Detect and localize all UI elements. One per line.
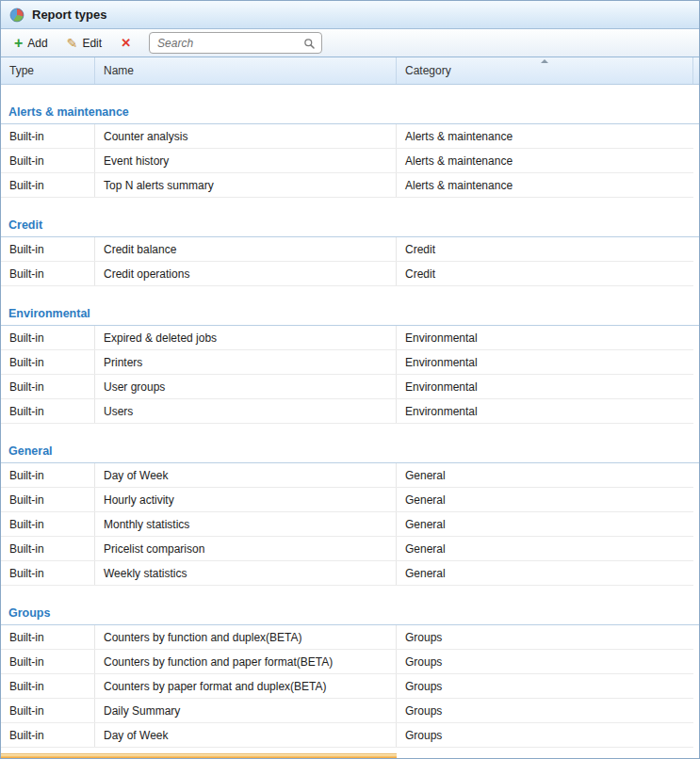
table-row[interactable]: Built-inCredit balanceCredit bbox=[1, 237, 693, 262]
cell-name: Users bbox=[95, 399, 397, 423]
delete-x-icon: ✕ bbox=[121, 38, 131, 49]
cell-category: Alerts & maintenance bbox=[397, 173, 693, 197]
cell-category: General bbox=[397, 488, 693, 511]
cell-category: Environmental bbox=[397, 326, 693, 349]
table-row[interactable]: Built-inUser groupsEnvironmental bbox=[1, 375, 693, 399]
cell-category: Groups bbox=[397, 650, 693, 673]
cell-type: Built-in bbox=[1, 561, 95, 585]
table-row[interactable]: Built-inCounters by function and paper f… bbox=[1, 650, 693, 674]
add-button[interactable]: + Add bbox=[6, 33, 57, 54]
delete-button[interactable]: ✕ bbox=[112, 34, 139, 53]
column-header-filler bbox=[693, 57, 699, 84]
toolbar: + Add ✎ Edit ✕ bbox=[1, 29, 699, 57]
cell-category: Groups bbox=[397, 625, 693, 649]
column-header-row: Type Name Category bbox=[1, 57, 699, 85]
cell-type: Built-in bbox=[1, 350, 95, 374]
table-row[interactable]: Built-inCounter analysisAlerts & mainten… bbox=[1, 124, 693, 149]
cell-type: Built-in bbox=[1, 674, 95, 698]
cell-category: Groups bbox=[397, 674, 693, 698]
cell-category: General bbox=[397, 537, 693, 560]
table-row[interactable]: Built-inCredit operationsCredit bbox=[1, 262, 693, 286]
table-row[interactable]: Built-inDaily SummaryGroups bbox=[1, 699, 693, 723]
cell-type: Built-in bbox=[1, 699, 95, 722]
cell-name: Day of Week bbox=[95, 463, 397, 487]
table-row[interactable]: Built-inCounters by paper format and dup… bbox=[1, 674, 693, 699]
column-header-category[interactable]: Category bbox=[397, 57, 693, 84]
window-title: Report types bbox=[32, 8, 106, 22]
table-row[interactable]: Built-inPricelist comparisonGeneral bbox=[1, 537, 693, 561]
cell-type: Built-in bbox=[1, 723, 95, 747]
partial-selected-row-highlight[interactable] bbox=[1, 753, 397, 758]
table-row[interactable]: Built-inHourly activityGeneral bbox=[1, 488, 693, 512]
column-header-name-label: Name bbox=[104, 64, 134, 77]
cell-type: Built-in bbox=[1, 537, 95, 560]
cell-type: Built-in bbox=[1, 237, 95, 261]
report-types-window: Report types + Add ✎ Edit ✕ Type bbox=[0, 0, 700, 759]
cell-name: Counters by function and paper format(BE… bbox=[95, 650, 397, 673]
cell-type: Built-in bbox=[1, 149, 95, 172]
cell-name: Credit operations bbox=[95, 262, 397, 285]
report-types-table: Alerts & maintenanceBuilt-inCounter anal… bbox=[1, 85, 699, 748]
cell-name: Counters by function and duplex(BETA) bbox=[95, 625, 397, 649]
table-row[interactable]: Built-inTop N alerts summaryAlerts & mai… bbox=[1, 173, 693, 198]
cell-category: Environmental bbox=[397, 350, 693, 374]
cell-category: Credit bbox=[397, 262, 693, 285]
plus-icon: + bbox=[14, 38, 23, 49]
cell-name: User groups bbox=[95, 375, 397, 398]
cell-name: Monthly statistics bbox=[95, 512, 397, 536]
table-row[interactable]: Built-inUsersEnvironmental bbox=[1, 399, 693, 424]
cell-category: Groups bbox=[397, 699, 693, 722]
edit-button[interactable]: ✎ Edit bbox=[58, 33, 110, 54]
search-box[interactable] bbox=[149, 32, 322, 54]
cell-name: Pricelist comparison bbox=[95, 537, 397, 560]
cell-type: Built-in bbox=[1, 512, 95, 536]
cell-category: General bbox=[397, 561, 693, 585]
cell-category: Credit bbox=[397, 237, 693, 261]
cell-name: Event history bbox=[95, 149, 397, 172]
edit-button-label: Edit bbox=[82, 37, 102, 50]
cell-name: Daily Summary bbox=[95, 699, 397, 722]
search-input[interactable] bbox=[155, 36, 303, 51]
pie-chart-icon bbox=[9, 8, 24, 23]
cell-name: Credit balance bbox=[95, 237, 397, 261]
table-row[interactable]: Built-inExpired & deleted jobsEnvironmen… bbox=[1, 326, 693, 350]
cell-name: Printers bbox=[95, 350, 397, 374]
table-row[interactable]: Built-inEvent historyAlerts & maintenanc… bbox=[1, 149, 693, 173]
cell-name: Weekly statistics bbox=[95, 561, 397, 585]
group-header[interactable]: General bbox=[1, 424, 699, 463]
column-header-type[interactable]: Type bbox=[1, 57, 95, 84]
column-header-name[interactable]: Name bbox=[95, 57, 397, 84]
cell-category: General bbox=[397, 463, 693, 487]
table-row[interactable]: Built-inWeekly statisticsGeneral bbox=[1, 561, 693, 586]
group-header[interactable]: Alerts & maintenance bbox=[1, 85, 699, 124]
search-icon bbox=[303, 37, 316, 49]
table-row[interactable]: Built-inMonthly statisticsGeneral bbox=[1, 512, 693, 537]
add-button-label: Add bbox=[27, 37, 47, 50]
cell-type: Built-in bbox=[1, 625, 95, 649]
cell-category: General bbox=[397, 512, 693, 536]
cell-type: Built-in bbox=[1, 326, 95, 349]
group-header[interactable]: Credit bbox=[1, 198, 699, 237]
cell-type: Built-in bbox=[1, 463, 95, 487]
table-row[interactable]: Built-inCounters by function and duplex(… bbox=[1, 625, 693, 650]
table-row[interactable]: Built-inDay of WeekGroups bbox=[1, 723, 693, 748]
title-bar: Report types bbox=[1, 1, 699, 29]
cell-category: Alerts & maintenance bbox=[397, 124, 693, 148]
cell-name: Day of Week bbox=[95, 723, 397, 747]
column-header-category-label: Category bbox=[405, 64, 451, 77]
table-row[interactable]: Built-inDay of WeekGeneral bbox=[1, 463, 693, 488]
cell-name: Counters by paper format and duplex(BETA… bbox=[95, 674, 397, 698]
cell-name: Counter analysis bbox=[95, 124, 397, 148]
pencil-icon: ✎ bbox=[67, 38, 78, 49]
cell-name: Expired & deleted jobs bbox=[95, 326, 397, 349]
table-row[interactable]: Built-inPrintersEnvironmental bbox=[1, 350, 693, 375]
group-header[interactable]: Environmental bbox=[1, 286, 699, 326]
cell-type: Built-in bbox=[1, 262, 95, 285]
cell-type: Built-in bbox=[1, 124, 95, 148]
cell-name: Top N alerts summary bbox=[95, 173, 397, 197]
sort-ascending-icon bbox=[541, 59, 548, 63]
cell-category: Environmental bbox=[397, 399, 693, 423]
cell-category: Environmental bbox=[397, 375, 693, 398]
group-header[interactable]: Groups bbox=[1, 586, 699, 625]
cell-type: Built-in bbox=[1, 399, 95, 423]
